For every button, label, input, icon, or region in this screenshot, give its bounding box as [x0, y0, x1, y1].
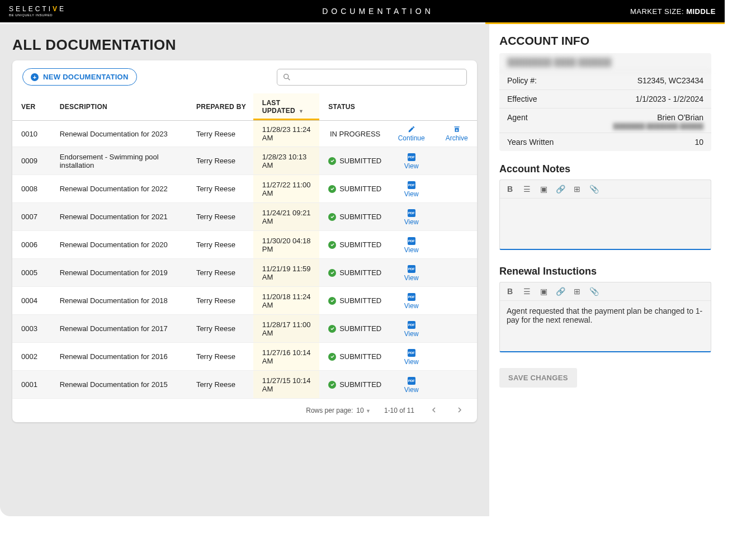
view-link[interactable]: PDFView [404, 265, 419, 282]
col-ver[interactable]: VER [12, 93, 51, 121]
cell-last-updated: 11/28/17 11:00 AM [253, 315, 319, 343]
archive-link[interactable]: Archive [446, 125, 468, 142]
save-changes-button[interactable]: SAVE CHANGES [499, 368, 577, 388]
link-icon[interactable]: 🔗 [556, 287, 565, 296]
cell-last-updated: 11/27/22 11:00 AM [253, 175, 319, 203]
cell-description: Renewal Documentation for 2020 [51, 231, 187, 259]
renewal-instructions-textarea[interactable]: Agent requested that the payment plan be… [500, 301, 711, 351]
cell-ver: 0004 [12, 287, 51, 315]
check-icon [328, 241, 336, 249]
status-text: SUBMITTED [339, 268, 381, 277]
cell-ver: 0001 [12, 371, 51, 399]
cell-status: SUBMITTED [319, 259, 386, 287]
check-icon [328, 381, 336, 389]
pdf-icon: PDF [408, 209, 415, 217]
account-info-box: ████████ ████ ██████ Policy #: S12345, W… [499, 53, 711, 151]
cell-prepared-by: Terry Reese [187, 147, 253, 175]
table-row: 0001 Renewal Documentation for 2015 Terr… [12, 371, 477, 399]
sort-desc-icon: ▼ [299, 108, 304, 114]
cell-description: Renewal Documentation for 2022 [51, 175, 187, 203]
table-icon[interactable]: ⊞ [573, 185, 582, 194]
view-link[interactable]: PDFView [404, 321, 419, 338]
cell-description: Renewal Documentation for 2021 [51, 203, 187, 231]
cell-description: Renewal Documentation for 2017 [51, 315, 187, 343]
col-prepared-by[interactable]: PREPARED BY [187, 93, 253, 121]
col-last-updated[interactable]: LAST UPDATED▼ [253, 93, 319, 121]
table-row: 0009 Endorsement - Swimming pool install… [12, 147, 477, 175]
account-info-title: ACCOUNT INFO [499, 34, 711, 48]
col-description[interactable]: DESCRIPTION [51, 93, 187, 121]
cell-status: SUBMITTED [319, 147, 386, 175]
table-row: 0006 Renewal Documentation for 2020 Terr… [12, 231, 477, 259]
policy-value: S12345, WC23434 [637, 76, 703, 85]
continue-link[interactable]: Continue [398, 125, 425, 142]
rows-per-page-select[interactable]: 10 ▼ [356, 407, 371, 414]
pagination: Rows per page: 10 ▼ 1-10 of 11 [12, 399, 477, 422]
image-icon[interactable]: ▣ [539, 185, 548, 194]
chevron-down-icon: ▼ [366, 408, 371, 414]
attach-icon[interactable]: 📎 [589, 287, 598, 296]
check-icon [328, 213, 336, 221]
cell-status: IN PROGRESS [319, 121, 386, 147]
cell-last-updated: 11/27/15 10:14 AM [253, 371, 319, 399]
cell-status: SUBMITTED [319, 371, 386, 399]
cell-ver: 0009 [12, 147, 51, 175]
pdf-icon: PDF [408, 153, 415, 161]
check-icon [328, 297, 336, 305]
image-icon[interactable]: ▣ [539, 287, 548, 296]
attach-icon[interactable]: 📎 [589, 185, 598, 194]
link-icon[interactable]: 🔗 [556, 185, 565, 194]
plus-icon: + [31, 73, 39, 81]
pdf-icon: PDF [408, 237, 415, 245]
cell-description: Endorsement - Swimming pool installation [51, 147, 187, 175]
cell-ver: 0003 [12, 315, 51, 343]
status-text: SUBMITTED [339, 352, 381, 361]
policy-label: Policy #: [507, 76, 537, 85]
cell-last-updated: 11/30/20 04:18 PM [253, 231, 319, 259]
pdf-icon: PDF [408, 265, 415, 273]
status-text: SUBMITTED [339, 213, 381, 221]
table-row: 0008 Renewal Documentation for 2022 Terr… [12, 175, 477, 203]
cell-prepared-by: Terry Reese [187, 203, 253, 231]
table-row: 0002 Renewal Documentation for 2016 Terr… [12, 343, 477, 371]
cell-ver: 0005 [12, 259, 51, 287]
list-icon[interactable]: ☰ [522, 185, 531, 194]
check-icon [328, 157, 336, 165]
documentation-card: + NEW DOCUMENTATION VER DESCRIPTION PREP… [12, 60, 477, 422]
bold-icon[interactable]: B [505, 287, 514, 296]
view-link[interactable]: PDFView [404, 377, 419, 394]
next-page-button[interactable] [453, 404, 466, 417]
cell-prepared-by: Terry Reese [187, 231, 253, 259]
new-documentation-button[interactable]: + NEW DOCUMENTATION [22, 68, 137, 86]
status-text: SUBMITTED [339, 240, 381, 249]
table-row: 0007 Renewal Documentation for 2021 Terr… [12, 203, 477, 231]
cell-prepared-by: Terry Reese [187, 259, 253, 287]
check-icon [328, 269, 336, 277]
pdf-icon: PDF [408, 293, 415, 301]
col-status[interactable]: STATUS [319, 93, 386, 121]
view-link[interactable]: PDFView [404, 181, 419, 198]
view-link[interactable]: PDFView [404, 237, 419, 254]
cell-status: SUBMITTED [319, 231, 386, 259]
years-label: Years Written [507, 138, 554, 147]
status-text: SUBMITTED [339, 185, 381, 193]
view-link[interactable]: PDFView [404, 209, 419, 226]
view-link[interactable]: PDFView [404, 349, 419, 366]
view-link[interactable]: PDFView [404, 293, 419, 310]
cell-description: Renewal Documentation for 2023 [51, 121, 187, 147]
cell-last-updated: 11/28/23 11:24 AM [253, 121, 319, 147]
cell-status: SUBMITTED [319, 175, 386, 203]
account-notes-textarea[interactable] [500, 199, 711, 249]
view-link[interactable]: PDFView [404, 153, 419, 170]
bold-icon[interactable]: B [505, 185, 514, 194]
documentation-table: VER DESCRIPTION PREPARED BY LAST UPDATED… [12, 93, 477, 399]
list-icon[interactable]: ☰ [522, 287, 531, 296]
prev-page-button[interactable] [428, 404, 440, 417]
status-text: IN PROGRESS [330, 130, 380, 138]
agent-sub-redacted: ████████ ████████ ██████ [499, 123, 711, 133]
search-input[interactable] [277, 69, 467, 86]
cell-prepared-by: Terry Reese [187, 287, 253, 315]
page-title-header: DOCUMENTATION [322, 7, 434, 16]
pagination-range: 1-10 of 11 [384, 407, 414, 414]
table-icon[interactable]: ⊞ [573, 287, 582, 296]
